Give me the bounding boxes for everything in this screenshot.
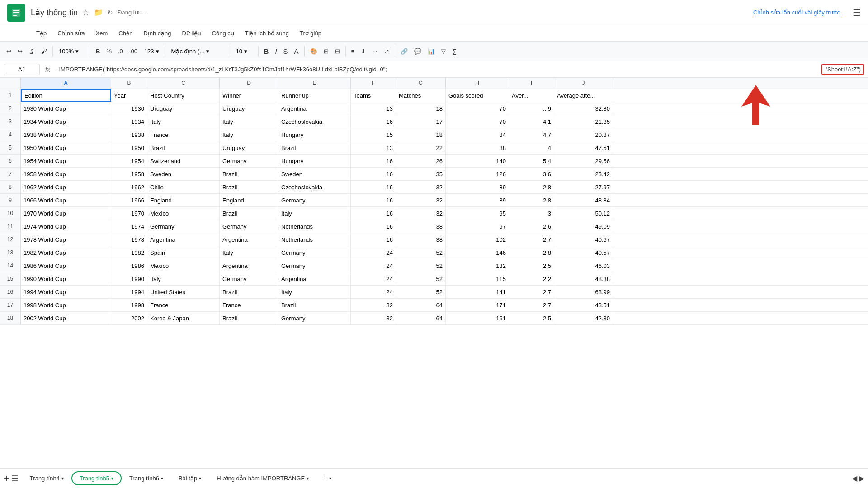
link-button[interactable]: 🔗 (398, 46, 410, 56)
cell-g1[interactable]: Matches (396, 89, 446, 102)
last-edit-link[interactable]: Chỉnh sửa lần cuối vài giây trước (753, 9, 840, 16)
col-header-c[interactable]: C (147, 78, 220, 89)
cell-c7[interactable]: Sweden (147, 168, 220, 180)
cell-c17[interactable]: France (147, 299, 220, 311)
cell-h9[interactable]: 89 (446, 194, 509, 206)
sheet-tab-dropdown-2[interactable]: ▾ (161, 476, 163, 481)
cell-c11[interactable]: Germany (147, 220, 220, 233)
sheet-tab-dropdown-5[interactable]: ▾ (329, 476, 331, 481)
cell-b2[interactable]: 1930 (111, 102, 147, 115)
cell-a10[interactable]: 1970 World Cup (21, 207, 111, 220)
text-rotate-button[interactable]: ↗ (382, 46, 392, 56)
cell-j2[interactable]: 32.80 (554, 102, 613, 115)
sheet-tab-5[interactable]: L▾ (316, 472, 339, 485)
cell-i8[interactable]: 2,8 (509, 181, 554, 193)
cell-d13[interactable]: Italy (220, 246, 278, 259)
row-number[interactable]: 6 (0, 155, 21, 167)
font-family-select[interactable]: Mặc định (... ▾ (168, 46, 227, 56)
cell-d17[interactable]: France (220, 299, 278, 311)
cell-f7[interactable]: 16 (351, 168, 396, 180)
col-header-h[interactable]: H (446, 78, 509, 89)
cell-h3[interactable]: 70 (446, 115, 509, 128)
cell-j9[interactable]: 48.84 (554, 194, 613, 206)
cell-j6[interactable]: 29.56 (554, 155, 613, 167)
cell-i17[interactable]: 2,7 (509, 299, 554, 311)
cell-d18[interactable]: Brazil (220, 312, 278, 324)
cell-i18[interactable]: 2,5 (509, 312, 554, 324)
cell-h2[interactable]: 70 (446, 102, 509, 115)
cell-f14[interactable]: 24 (351, 259, 396, 272)
cell-i15[interactable]: 2,2 (509, 272, 554, 285)
cell-g9[interactable]: 32 (396, 194, 446, 206)
cell-f13[interactable]: 24 (351, 246, 396, 259)
cell-a7[interactable]: 1958 World Cup (21, 168, 111, 180)
cell-i11[interactable]: 2,6 (509, 220, 554, 233)
cell-b3[interactable]: 1934 (111, 115, 147, 128)
zoom-select[interactable]: 100% ▾ (56, 46, 87, 56)
col-header-f[interactable]: F (351, 78, 396, 89)
cell-c6[interactable]: Switzerland (147, 155, 220, 167)
cell-i12[interactable]: 2,7 (509, 233, 554, 246)
next-sheet-button[interactable]: ▶ (859, 474, 864, 483)
cell-b11[interactable]: 1974 (111, 220, 147, 233)
cell-c5[interactable]: Brazil (147, 141, 220, 154)
cell-j13[interactable]: 40.57 (554, 246, 613, 259)
menu-insert[interactable]: Chèn (114, 28, 137, 38)
folder-icon[interactable]: 📁 (94, 8, 103, 17)
cell-f9[interactable]: 16 (351, 194, 396, 206)
cell-e9[interactable]: Germany (278, 194, 351, 206)
cell-e2[interactable]: Argentina (278, 102, 351, 115)
row-number[interactable]: 12 (0, 233, 21, 246)
cell-e3[interactable]: Czechoslovakia (278, 115, 351, 128)
cell-e10[interactable]: Italy (278, 207, 351, 220)
fill-color-button[interactable]: 🎨 (307, 46, 320, 56)
cell-e17[interactable]: Brazil (278, 299, 351, 311)
cell-a17[interactable]: 1998 World Cup (21, 299, 111, 311)
star-icon[interactable]: ☆ (82, 8, 90, 18)
cell-g15[interactable]: 52 (396, 272, 446, 285)
cell-b12[interactable]: 1978 (111, 233, 147, 246)
row-number[interactable]: 8 (0, 181, 21, 193)
row-number[interactable]: 11 (0, 220, 21, 233)
cell-d11[interactable]: Germany (220, 220, 278, 233)
cell-b10[interactable]: 1970 (111, 207, 147, 220)
cell-e6[interactable]: Hungary (278, 155, 351, 167)
merge-button[interactable]: ⊟ (332, 46, 343, 56)
cell-f16[interactable]: 24 (351, 286, 396, 298)
cell-i13[interactable]: 2,8 (509, 246, 554, 259)
cell-a13[interactable]: 1982 World Cup (21, 246, 111, 259)
cell-i3[interactable]: 4,1 (509, 115, 554, 128)
cell-d8[interactable]: Brazil (220, 181, 278, 193)
cell-c2[interactable]: Uruguay (147, 102, 220, 115)
chart-button[interactable]: 📊 (425, 46, 438, 56)
col-header-b[interactable]: B (111, 78, 147, 89)
cell-h5[interactable]: 88 (446, 141, 509, 154)
row-number[interactable]: 13 (0, 246, 21, 259)
cell-e4[interactable]: Hungary (278, 128, 351, 141)
sheet-tab-dropdown-4[interactable]: ▾ (307, 476, 309, 481)
cell-i14[interactable]: 2,5 (509, 259, 554, 272)
cell-b7[interactable]: 1958 (111, 168, 147, 180)
cell-j12[interactable]: 40.67 (554, 233, 613, 246)
filter-button[interactable]: ▽ (439, 46, 448, 56)
cell-i4[interactable]: 4,7 (509, 128, 554, 141)
cell-e14[interactable]: Germany (278, 259, 351, 272)
cell-h15[interactable]: 115 (446, 272, 509, 285)
row-number[interactable]: 14 (0, 259, 21, 272)
cell-c8[interactable]: Chile (147, 181, 220, 193)
cell-g16[interactable]: 52 (396, 286, 446, 298)
cell-a16[interactable]: 1994 World Cup (21, 286, 111, 298)
strikethrough-button[interactable]: S (281, 46, 291, 57)
cell-g3[interactable]: 17 (396, 115, 446, 128)
menu-help[interactable]: Trợ giúp (295, 28, 326, 38)
cell-j15[interactable]: 48.38 (554, 272, 613, 285)
col-header-g[interactable]: G (396, 78, 446, 89)
cell-i9[interactable]: 2,8 (509, 194, 554, 206)
sheet-tab-dropdown-0[interactable]: ▾ (61, 476, 64, 481)
cell-c18[interactable]: Korea & Japan (147, 312, 220, 324)
prev-sheet-button[interactable]: ◀ (852, 474, 857, 483)
cell-a12[interactable]: 1978 World Cup (21, 233, 111, 246)
cell-c13[interactable]: Spain (147, 246, 220, 259)
cell-e8[interactable]: Czechoslovakia (278, 181, 351, 193)
text-wrap-button[interactable]: ↔ (369, 46, 381, 56)
